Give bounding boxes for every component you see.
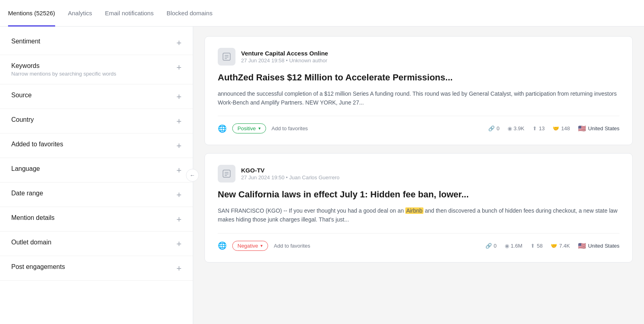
source-name: Venture Capital Access Online	[241, 50, 328, 57]
expand-filter-icon-country[interactable]: +	[176, 117, 182, 126]
engagements-value: 7.4K	[559, 243, 570, 249]
country-flag: 🇺🇸	[578, 242, 586, 250]
country-flag: 🇺🇸	[578, 125, 586, 132]
reach-stat: ◉3.9K	[508, 125, 524, 131]
expand-filter-icon-post-engagements[interactable]: +	[176, 264, 182, 273]
sidebar-filter-label-mention-details: Mention details	[11, 214, 55, 221]
source-name: KGO-TV	[241, 167, 339, 174]
sidebar-filter-label-post-engagements: Post engagements	[11, 263, 65, 271]
sidebar-filter-keywords[interactable]: KeywordsNarrow mentions by searching spe…	[0, 55, 193, 84]
add-to-favorites-button[interactable]: Add to favorites	[272, 125, 308, 131]
svg-rect-2	[225, 57, 229, 57]
chevron-down-icon: ▾	[258, 126, 261, 131]
source-info: KGO-TV27 Jun 2024 19:50 • Juan Carlos Gu…	[241, 167, 339, 180]
shares-value: 58	[537, 243, 543, 249]
link-value: 0	[494, 243, 497, 249]
article-header: KGO-TV27 Jun 2024 19:50 • Juan Carlos Gu…	[218, 165, 619, 183]
engagements-stat: 🤝7.4K	[551, 243, 570, 249]
sentiment-badge[interactable]: Positive▾	[232, 123, 266, 133]
sidebar-filter-label-keywords: Keywords	[11, 62, 116, 70]
reach-icon: ◉	[508, 125, 512, 131]
link-icon: 🔗	[485, 243, 492, 249]
country-stat: 🇺🇸United States	[578, 242, 619, 250]
article-footer: 🌐Negative▾Add to favorites🔗0◉1.6M⬆58🤝7.4…	[218, 233, 619, 251]
article-excerpt: announced the successful completion of a…	[218, 89, 619, 107]
sidebar-filter-label-language: Language	[11, 165, 40, 172]
expand-filter-icon-keywords[interactable]: +	[176, 63, 182, 72]
sidebar-filter-mention-details[interactable]: Mention details+	[0, 207, 193, 232]
source-meta: 27 Jun 2024 19:58 • Unknown author	[241, 57, 328, 64]
source-meta: 27 Jun 2024 19:50 • Juan Carlos Guerrero	[241, 174, 339, 180]
svg-rect-6	[225, 174, 229, 174]
expand-filter-icon-mention-details[interactable]: +	[176, 215, 182, 224]
article-footer: 🌐Positive▾Add to favorites🔗0◉3.9K⬆13🤝148…	[218, 116, 619, 133]
tabs-bar: Mentions (52526)AnalyticsEmail notificat…	[0, 0, 644, 27]
highlight-text: Airbnb	[405, 207, 423, 214]
sidebar-filter-outlet-domain[interactable]: Outlet domain+	[0, 232, 193, 256]
svg-rect-5	[225, 172, 229, 173]
sentiment-badge[interactable]: Negative▾	[232, 241, 268, 251]
article-header: Venture Capital Access Online27 Jun 2024…	[218, 48, 619, 66]
expand-filter-icon-sentiment[interactable]: +	[176, 39, 182, 47]
sentiment-label: Positive	[237, 125, 256, 131]
shares-value: 13	[539, 125, 545, 131]
globe-icon: 🌐	[218, 124, 227, 133]
link-icon: 🔗	[488, 125, 495, 131]
people-icon: 🤝	[553, 125, 559, 131]
globe-icon: 🌐	[218, 241, 227, 250]
tab-blocked-domains[interactable]: Blocked domains	[167, 0, 213, 27]
reach-stat: ◉1.6M	[505, 243, 522, 249]
collapse-sidebar-button[interactable]: ←	[186, 169, 199, 182]
svg-rect-1	[225, 55, 229, 56]
sentiment-label: Negative	[237, 243, 258, 249]
sidebar-filter-added-to-favorites[interactable]: Added to favorites+	[0, 133, 193, 158]
country-name: United States	[588, 243, 619, 249]
reach-value: 3.9K	[514, 125, 524, 131]
shares-stat: ⬆13	[533, 125, 545, 131]
article-title[interactable]: AuthZed Raises $12 Million to Accelerate…	[218, 72, 619, 84]
shares-stat: ⬆58	[530, 243, 543, 249]
tab-mentions[interactable]: Mentions (52526)	[8, 0, 55, 27]
sidebar-filter-label-sentiment: Sentiment	[11, 38, 40, 45]
chart-icon: ⬆	[530, 243, 535, 249]
links-stat: 🔗0	[488, 125, 500, 131]
source-avatar	[218, 48, 235, 66]
svg-rect-7	[225, 175, 227, 176]
sidebar-filter-sentiment[interactable]: Sentiment+	[0, 31, 193, 55]
tab-email-notifications[interactable]: Email notifications	[105, 0, 154, 27]
main-layout: Sentiment+KeywordsNarrow mentions by sea…	[0, 27, 644, 324]
sidebar-filter-date-range[interactable]: Date range+	[0, 183, 193, 207]
article-excerpt: SAN FRANCISCO (KGO) -- If you ever thoug…	[218, 206, 619, 224]
sidebar-filter-label-date-range: Date range	[11, 190, 43, 197]
sidebar-filter-country[interactable]: Country+	[0, 109, 193, 133]
expand-filter-icon-added-to-favorites[interactable]: +	[176, 141, 182, 150]
chart-icon: ⬆	[533, 125, 537, 131]
country-stat: 🇺🇸United States	[578, 125, 619, 132]
tab-analytics[interactable]: Analytics	[68, 0, 92, 27]
expand-filter-icon-source[interactable]: +	[176, 92, 182, 101]
article-card-article-2: KGO-TV27 Jun 2024 19:50 • Juan Carlos Gu…	[204, 153, 633, 262]
add-to-favorites-button[interactable]: Add to favorites	[274, 243, 310, 249]
article-card-article-1: Venture Capital Access Online27 Jun 2024…	[204, 36, 633, 145]
chevron-down-icon: ▾	[260, 243, 263, 248]
expand-filter-icon-outlet-domain[interactable]: +	[176, 240, 182, 248]
reach-icon: ◉	[505, 243, 509, 249]
expand-filter-icon-date-range[interactable]: +	[176, 191, 182, 199]
sidebar: Sentiment+KeywordsNarrow mentions by sea…	[0, 27, 193, 324]
sidebar-filter-label-source: Source	[11, 92, 32, 99]
engagements-value: 148	[561, 125, 570, 131]
stats-area: 🔗0◉1.6M⬆58🤝7.4K🇺🇸United States	[485, 242, 619, 250]
sidebar-filter-label-country: Country	[11, 116, 34, 123]
sidebar-filter-source[interactable]: Source+	[0, 84, 193, 109]
engagements-stat: 🤝148	[553, 125, 570, 131]
reach-value: 1.6M	[511, 243, 522, 249]
sidebar-filter-language[interactable]: Language+	[0, 158, 193, 183]
source-info: Venture Capital Access Online27 Jun 2024…	[241, 50, 328, 64]
links-stat: 🔗0	[485, 243, 497, 249]
content-area: Venture Capital Access Online27 Jun 2024…	[193, 27, 644, 324]
sidebar-filter-post-engagements[interactable]: Post engagements+	[0, 256, 193, 281]
expand-filter-icon-language[interactable]: +	[176, 166, 182, 175]
link-value: 0	[497, 125, 500, 131]
people-icon: 🤝	[551, 243, 557, 249]
article-title[interactable]: New California laws in effect July 1: Hi…	[218, 189, 619, 201]
